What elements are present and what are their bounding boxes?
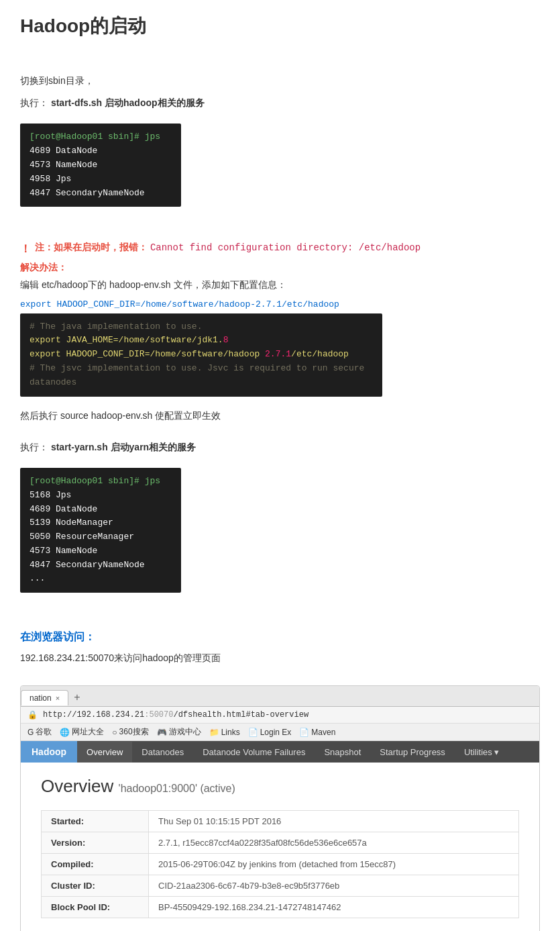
navsite-icon: 🌐 — [60, 728, 70, 737]
tab-close-button[interactable]: × — [56, 694, 60, 702]
nav-item-overview[interactable]: Overview — [77, 742, 132, 763]
bookmark-games[interactable]: 🎮 游戏中心 — [157, 726, 201, 738]
table-row: Block Pool ID:BP-45509429-192.168.234.21… — [42, 897, 519, 918]
bookmark-links[interactable]: 📁 Links — [209, 728, 240, 737]
nav-item-startup-progress[interactable]: Startup Progress — [370, 742, 455, 763]
intro-text2: 执行： start-dfs.sh 启动hadoop相关的服务 — [20, 95, 540, 111]
warning-section: ！ 注：如果在启动时，报错： Cannot find configuration… — [20, 242, 540, 256]
after-config-text: 然后执行 source hadoop-env.sh 使配置立即生效 — [20, 407, 540, 424]
bookmark-google[interactable]: G 谷歌 — [27, 726, 52, 738]
terminal-block-1: [root@Hadoop01 sbin]# jps 4689 DataNode … — [20, 124, 181, 207]
nav-item-datanodes[interactable]: Datanodes — [132, 742, 193, 763]
games-icon: 🎮 — [157, 728, 167, 737]
browser-visit-text: 192.168.234.21:50070来访问hadoop的管理页面 — [20, 650, 540, 667]
new-tab-button[interactable]: + — [68, 689, 85, 706]
bookmark-login[interactable]: 📄 Login Ex — [248, 728, 292, 737]
intro-text1: 切换到sbin目录， — [20, 72, 540, 89]
table-cell-label: Version: — [42, 832, 149, 854]
table-row: Cluster ID:CID-21aa2306-6c67-4b79-b3e8-e… — [42, 875, 519, 897]
page-title: Hadoop的启动 — [20, 13, 540, 39]
table-cell-label: Cluster ID: — [42, 875, 149, 897]
maven-icon: 📄 — [299, 728, 309, 737]
table-cell-label: Block Pool ID: — [42, 897, 149, 918]
hadoop-content-area: Overview 'hadoop01:9000' (active) Starte… — [21, 763, 539, 931]
overview-subtitle: 'hadoop01:9000' (active) — [119, 783, 235, 794]
terminal-block-2: # The java implementation to use. export… — [20, 313, 382, 397]
table-cell-value: CID-21aa2306-6c67-4b79-b3e8-ec9b5f3776eb — [149, 875, 519, 897]
table-cell-label: Compiled: — [42, 854, 149, 875]
security-icon: 🔒 — [27, 710, 38, 720]
table-row: Started:Thu Sep 01 10:15:15 PDT 2016 — [42, 811, 519, 832]
table-row: Compiled:2015-06-29T06:04Z by jenkins fr… — [42, 854, 519, 875]
warning-icon: ！ — [20, 242, 31, 256]
google-icon: G — [27, 728, 34, 737]
nav-item-datanode-volume-failures[interactable]: Datanode Volume Failures — [193, 742, 315, 763]
warning-note: 注：如果在启动时，报错： — [35, 242, 148, 252]
browser-section: 在浏览器访问： 192.168.234.21:50070来访问hadoop的管理… — [20, 630, 540, 931]
folder-icon: 📁 — [209, 728, 219, 737]
solution-text: 编辑 etc/hadoop下的 hadoop-env.sh 文件，添加如下配置信… — [20, 277, 540, 293]
address-bar: 🔒 http://192.168.234.21:50070/dfshealth.… — [21, 707, 539, 724]
overview-info-table: Started:Thu Sep 01 10:15:15 PDT 2016Vers… — [41, 810, 519, 918]
browser-section-title: 在浏览器访问： — [20, 630, 540, 644]
360-icon: ○ — [112, 728, 117, 737]
nav-item-snapshot[interactable]: Snapshot — [315, 742, 370, 763]
bookmark-maven[interactable]: 📄 Maven — [299, 728, 335, 737]
browser-window: nation × + 🔒 http://192.168.234.21:50070… — [20, 685, 540, 931]
terminal-block-3: [root@Hadoop01 sbin]# jps 5168 Jps 4689 … — [20, 468, 181, 593]
url-display[interactable]: http://192.168.234.21:50070/dfshealth.ht… — [43, 710, 309, 720]
warning-code: Cannot find configuration directory: /et… — [150, 242, 421, 253]
table-row: Version:2.7.1, r15ecc87ccf4a0228f35af08f… — [42, 832, 519, 854]
start-yarn-command: start-yarn.sh 启动yarn相关的服务 — [51, 442, 196, 452]
table-cell-value: 2.7.1, r15ecc87ccf4a0228f35af08fc56de536… — [149, 832, 519, 854]
export-line: export HADOOP_CONF_DIR=/home/software/ha… — [20, 299, 540, 309]
nav-item-utilities[interactable]: Utilities ▾ — [455, 742, 509, 763]
bookmarks-bar: G 谷歌 🌐 网址大全 ○ 360搜索 🎮 游戏中心 📁 Links 📄 L — [21, 724, 539, 741]
table-cell-label: Started: — [42, 811, 149, 832]
bookmark-navsite[interactable]: 🌐 网址大全 — [60, 726, 104, 738]
table-cell-value: BP-45509429-192.168.234.21-1472748147462 — [149, 897, 519, 918]
table-cell-value: 2015-06-29T06:04Z by jenkins from (detac… — [149, 854, 519, 875]
start-yarn-text: 执行： start-yarn.sh 启动yarn相关的服务 — [20, 439, 540, 456]
hadoop-navbar: Hadoop Overview Datanodes Datanode Volum… — [21, 741, 539, 763]
start-dfs-command: start-dfs.sh 启动hadoop相关的服务 — [51, 97, 205, 108]
table-cell-value: Thu Sep 01 10:15:15 PDT 2016 — [149, 811, 519, 832]
tab-label: nation — [30, 693, 52, 703]
bookmark-360[interactable]: ○ 360搜索 — [112, 726, 148, 738]
login-icon: 📄 — [248, 728, 258, 737]
browser-tab[interactable]: nation × — [21, 690, 68, 705]
overview-heading: Overview 'hadoop01:9000' (active) — [41, 776, 519, 797]
solution-label: 解决办法： — [20, 262, 540, 274]
hadoop-logo: Hadoop — [21, 741, 77, 763]
browser-tab-bar: nation × + — [21, 686, 539, 707]
